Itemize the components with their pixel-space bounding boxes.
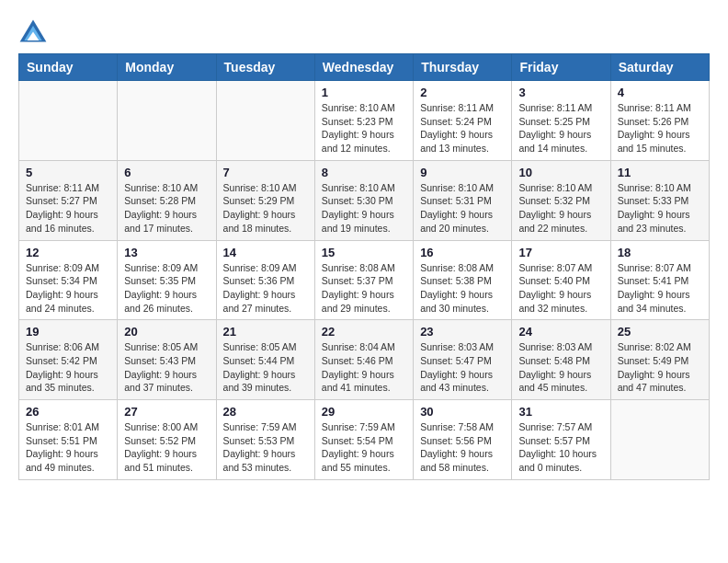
- calendar-cell: 6Sunrise: 8:10 AMSunset: 5:28 PMDaylight…: [118, 160, 216, 240]
- calendar-cell: 10Sunrise: 8:10 AMSunset: 5:32 PMDayligh…: [512, 160, 610, 240]
- column-header-saturday: Saturday: [610, 54, 709, 81]
- day-info: Sunrise: 7:59 AMSunset: 5:53 PMDaylight:…: [223, 420, 308, 475]
- calendar-cell: 19Sunrise: 8:06 AMSunset: 5:42 PMDayligh…: [19, 320, 118, 400]
- calendar-cell: 9Sunrise: 8:10 AMSunset: 5:31 PMDaylight…: [414, 160, 512, 240]
- calendar-cell: 29Sunrise: 7:59 AMSunset: 5:54 PMDayligh…: [314, 400, 413, 480]
- day-number: 9: [420, 166, 505, 179]
- day-info: Sunrise: 8:11 AMSunset: 5:27 PMDaylight:…: [26, 181, 110, 236]
- day-info: Sunrise: 8:03 AMSunset: 5:47 PMDaylight:…: [420, 340, 505, 395]
- calendar-cell: 26Sunrise: 8:01 AMSunset: 5:51 PMDayligh…: [19, 400, 118, 480]
- calendar-cell: 5Sunrise: 8:11 AMSunset: 5:27 PMDaylight…: [19, 160, 118, 240]
- day-info: Sunrise: 8:08 AMSunset: 5:37 PMDaylight:…: [322, 261, 406, 316]
- day-info: Sunrise: 8:10 AMSunset: 5:31 PMDaylight:…: [420, 181, 505, 236]
- day-number: 29: [322, 405, 406, 419]
- week-row-5: 26Sunrise: 8:01 AMSunset: 5:51 PMDayligh…: [19, 400, 710, 480]
- calendar-cell: 2Sunrise: 8:11 AMSunset: 5:24 PMDaylight…: [414, 81, 512, 161]
- calendar-cell: 8Sunrise: 8:10 AMSunset: 5:30 PMDaylight…: [314, 160, 413, 240]
- page: SundayMondayTuesdayWednesdayThursdayFrid…: [0, 0, 728, 489]
- day-number: 19: [26, 325, 110, 339]
- calendar-cell: 17Sunrise: 8:07 AMSunset: 5:40 PMDayligh…: [512, 240, 610, 320]
- calendar-cell: 18Sunrise: 8:07 AMSunset: 5:41 PMDayligh…: [610, 240, 709, 320]
- day-info: Sunrise: 8:11 AMSunset: 5:24 PMDaylight:…: [420, 101, 505, 155]
- calendar-cell: 30Sunrise: 7:58 AMSunset: 5:56 PMDayligh…: [414, 400, 512, 480]
- day-number: 7: [223, 166, 308, 179]
- week-row-2: 5Sunrise: 8:11 AMSunset: 5:27 PMDaylight…: [19, 160, 710, 240]
- column-header-monday: Monday: [118, 54, 216, 81]
- calendar-cell: 21Sunrise: 8:05 AMSunset: 5:44 PMDayligh…: [216, 320, 314, 400]
- calendar-cell: [118, 81, 216, 161]
- day-info: Sunrise: 8:11 AMSunset: 5:26 PMDaylight:…: [618, 101, 702, 155]
- calendar-cell: 31Sunrise: 7:57 AMSunset: 5:57 PMDayligh…: [512, 400, 610, 480]
- day-number: 20: [124, 325, 209, 339]
- day-info: Sunrise: 8:00 AMSunset: 5:52 PMDaylight:…: [124, 420, 209, 475]
- day-number: 21: [223, 325, 308, 339]
- day-info: Sunrise: 8:10 AMSunset: 5:28 PMDaylight:…: [124, 181, 209, 236]
- day-number: 17: [518, 246, 603, 259]
- day-number: 16: [420, 246, 505, 259]
- day-number: 4: [618, 86, 702, 99]
- day-number: 28: [223, 405, 308, 419]
- day-info: Sunrise: 8:09 AMSunset: 5:35 PMDaylight:…: [124, 261, 209, 316]
- calendar-cell: 28Sunrise: 7:59 AMSunset: 5:53 PMDayligh…: [216, 400, 314, 480]
- day-number: 15: [322, 246, 406, 259]
- day-number: 6: [124, 166, 209, 179]
- column-header-sunday: Sunday: [19, 54, 118, 81]
- column-header-thursday: Thursday: [414, 54, 512, 81]
- calendar-cell: [216, 81, 314, 161]
- logo-icon: [18, 18, 48, 44]
- day-number: 23: [420, 325, 505, 339]
- day-number: 11: [618, 166, 702, 179]
- calendar-cell: [19, 81, 118, 161]
- day-number: 30: [420, 405, 505, 419]
- day-number: 3: [518, 86, 603, 99]
- calendar-cell: 25Sunrise: 8:02 AMSunset: 5:49 PMDayligh…: [610, 320, 709, 400]
- calendar-cell: 3Sunrise: 8:11 AMSunset: 5:25 PMDaylight…: [512, 81, 610, 161]
- column-header-friday: Friday: [512, 54, 610, 81]
- calendar-cell: 7Sunrise: 8:10 AMSunset: 5:29 PMDaylight…: [216, 160, 314, 240]
- day-info: Sunrise: 8:03 AMSunset: 5:48 PMDaylight:…: [518, 340, 603, 395]
- calendar-cell: 13Sunrise: 8:09 AMSunset: 5:35 PMDayligh…: [118, 240, 216, 320]
- day-number: 12: [26, 246, 110, 259]
- column-header-tuesday: Tuesday: [216, 54, 314, 81]
- day-number: 5: [26, 166, 110, 179]
- day-info: Sunrise: 8:06 AMSunset: 5:42 PMDaylight:…: [26, 340, 110, 395]
- calendar-cell: 15Sunrise: 8:08 AMSunset: 5:37 PMDayligh…: [314, 240, 413, 320]
- day-info: Sunrise: 8:09 AMSunset: 5:36 PMDaylight:…: [223, 261, 308, 316]
- day-number: 27: [124, 405, 209, 419]
- calendar-table: SundayMondayTuesdayWednesdayThursdayFrid…: [18, 53, 710, 480]
- week-row-3: 12Sunrise: 8:09 AMSunset: 5:34 PMDayligh…: [19, 240, 710, 320]
- day-info: Sunrise: 8:07 AMSunset: 5:40 PMDaylight:…: [518, 261, 603, 316]
- day-number: 10: [518, 166, 603, 179]
- day-info: Sunrise: 7:59 AMSunset: 5:54 PMDaylight:…: [322, 420, 406, 475]
- day-info: Sunrise: 8:10 AMSunset: 5:33 PMDaylight:…: [618, 181, 702, 236]
- day-info: Sunrise: 7:57 AMSunset: 5:57 PMDaylight:…: [518, 420, 603, 475]
- logo: [18, 18, 51, 44]
- day-number: 14: [223, 246, 308, 259]
- day-number: 31: [518, 405, 603, 419]
- calendar-cell: 24Sunrise: 8:03 AMSunset: 5:48 PMDayligh…: [512, 320, 610, 400]
- calendar-cell: 16Sunrise: 8:08 AMSunset: 5:38 PMDayligh…: [414, 240, 512, 320]
- day-number: 22: [322, 325, 406, 339]
- week-row-4: 19Sunrise: 8:06 AMSunset: 5:42 PMDayligh…: [19, 320, 710, 400]
- day-info: Sunrise: 8:08 AMSunset: 5:38 PMDaylight:…: [420, 261, 505, 316]
- week-row-1: 1Sunrise: 8:10 AMSunset: 5:23 PMDaylight…: [19, 81, 710, 161]
- day-number: 25: [618, 325, 702, 339]
- calendar-cell: 4Sunrise: 8:11 AMSunset: 5:26 PMDaylight…: [610, 81, 709, 161]
- day-info: Sunrise: 8:05 AMSunset: 5:43 PMDaylight:…: [124, 340, 209, 395]
- day-info: Sunrise: 8:01 AMSunset: 5:51 PMDaylight:…: [26, 420, 110, 475]
- day-number: 13: [124, 246, 209, 259]
- day-info: Sunrise: 8:05 AMSunset: 5:44 PMDaylight:…: [223, 340, 308, 395]
- day-number: 8: [322, 166, 406, 179]
- calendar-cell: 22Sunrise: 8:04 AMSunset: 5:46 PMDayligh…: [314, 320, 413, 400]
- day-info: Sunrise: 8:04 AMSunset: 5:46 PMDaylight:…: [322, 340, 406, 395]
- day-info: Sunrise: 8:10 AMSunset: 5:29 PMDaylight:…: [223, 181, 308, 236]
- day-number: 2: [420, 86, 505, 99]
- day-info: Sunrise: 8:10 AMSunset: 5:23 PMDaylight:…: [322, 101, 406, 155]
- calendar-header-row: SundayMondayTuesdayWednesdayThursdayFrid…: [19, 54, 710, 81]
- day-info: Sunrise: 8:10 AMSunset: 5:32 PMDaylight:…: [518, 181, 603, 236]
- calendar-cell: 20Sunrise: 8:05 AMSunset: 5:43 PMDayligh…: [118, 320, 216, 400]
- day-number: 1: [322, 86, 406, 99]
- day-info: Sunrise: 8:02 AMSunset: 5:49 PMDaylight:…: [618, 340, 702, 395]
- header: [18, 18, 710, 44]
- day-number: 26: [26, 405, 110, 419]
